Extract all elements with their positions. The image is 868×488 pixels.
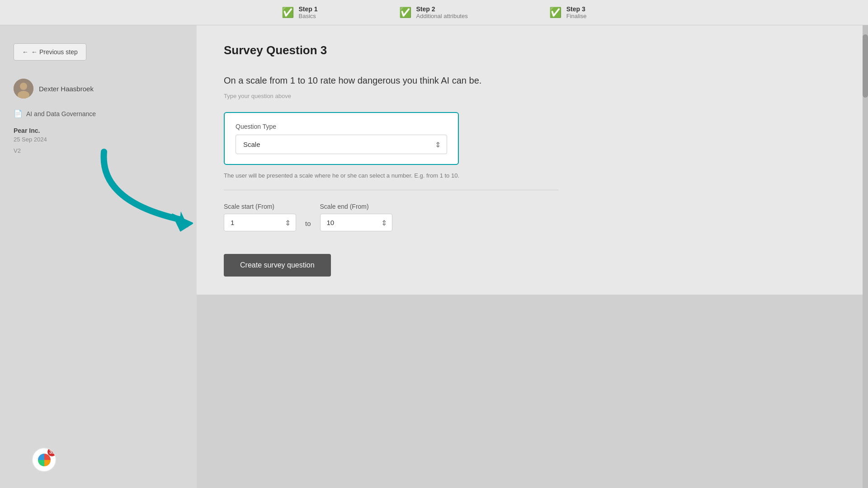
section-divider: [224, 190, 558, 190]
step-1-info: Step 1 Basics: [299, 5, 318, 19]
stepper-bar: ✅ Step 1 Basics ✅ Step 2 Additional attr…: [0, 0, 868, 25]
to-label: to: [305, 220, 311, 227]
previous-step-label: ← Previous step: [31, 48, 78, 56]
scale-end-label: Scale end (From): [320, 203, 392, 210]
scale-start-label: Scale start (From): [224, 203, 296, 210]
scale-end-select-wrapper: 10 5 15 20 ⇕: [320, 214, 392, 231]
org-date: 25 Sep 2024: [14, 136, 183, 143]
step-1-name: Basics: [299, 13, 318, 19]
step-2-check-icon: ✅: [399, 6, 412, 19]
step-1-number: Step 1: [299, 5, 318, 13]
step-2-name: Additional attributes: [416, 13, 468, 19]
scrollbar-thumb[interactable]: [863, 34, 868, 98]
question-type-select-wrapper: Scale Multiple Choice Text Rating Yes/No…: [236, 135, 447, 154]
notification-circle: 35: [32, 447, 57, 472]
svg-point-1: [20, 83, 27, 90]
step-3-info: Step 3 Finalise: [566, 5, 587, 19]
previous-step-button[interactable]: ← ← Previous step: [14, 43, 86, 61]
scale-end-select[interactable]: 10 5 15 20: [320, 214, 392, 231]
notification-widget[interactable]: 35: [32, 447, 59, 474]
notification-badge: 35: [47, 447, 57, 456]
step-3: ✅ Step 3 Finalise: [549, 5, 587, 19]
document-icon: 📄: [14, 109, 23, 118]
main-layout: ← ← Previous step Dexter Haasbroek 📄 AI …: [0, 25, 868, 488]
question-type-select[interactable]: Scale Multiple Choice Text Rating Yes/No: [236, 135, 447, 154]
avatar-image: [14, 79, 33, 99]
scale-start-field: Scale start (From) 1 2 3 ⇕: [224, 203, 296, 231]
create-button-label: Create survey question: [240, 261, 315, 269]
step-3-name: Finalise: [566, 13, 587, 19]
scrollbar[interactable]: [863, 25, 868, 488]
user-name: Dexter Haasbroek: [39, 85, 94, 93]
step-1: ✅ Step 1 Basics: [282, 5, 318, 19]
version-label: V2: [14, 147, 183, 154]
step-2-info: Step 2 Additional attributes: [416, 5, 468, 19]
question-text: On a scale from 1 to 10 rate how dangero…: [224, 74, 549, 87]
survey-doc-link: 📄 AI and Data Governance: [14, 109, 183, 118]
org-name: Pear Inc.: [14, 127, 183, 134]
user-info: Dexter Haasbroek: [14, 79, 183, 99]
arrow-left-icon: ←: [22, 48, 28, 56]
scale-start-select-wrapper: 1 2 3 ⇕: [224, 214, 296, 231]
sidebar: ← ← Previous step Dexter Haasbroek 📄 AI …: [0, 25, 197, 488]
question-hint: Type your question above: [224, 93, 841, 99]
step-2: ✅ Step 2 Additional attributes: [399, 5, 468, 19]
step-1-check-icon: ✅: [282, 6, 294, 19]
create-survey-question-button[interactable]: Create survey question: [224, 254, 331, 277]
page-title: Survey Question 3: [224, 43, 841, 57]
survey-title: AI and Data Governance: [26, 110, 96, 117]
type-description: The user will be presented a scale where…: [224, 172, 504, 179]
question-type-box: Question Type Scale Multiple Choice Text…: [224, 112, 459, 165]
content-wrapper: Survey Question 3 On a scale from 1 to 1…: [197, 25, 868, 488]
svg-marker-3: [177, 211, 192, 229]
scale-start-select[interactable]: 1 2 3: [224, 214, 296, 231]
step-3-check-icon: ✅: [549, 6, 562, 19]
scale-options: Scale start (From) 1 2 3 ⇕ to Scale end …: [224, 203, 841, 231]
step-2-number: Step 2: [416, 5, 468, 13]
scale-end-field: Scale end (From) 10 5 15 20 ⇕: [320, 203, 392, 231]
content-area: Survey Question 3 On a scale from 1 to 1…: [197, 25, 868, 295]
step-3-number: Step 3: [566, 5, 587, 13]
question-type-label: Question Type: [236, 123, 447, 130]
avatar: [14, 79, 33, 99]
